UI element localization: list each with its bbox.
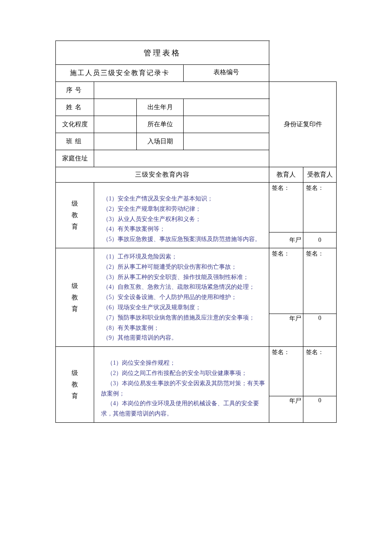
seq-value xyxy=(94,82,269,99)
unit-value xyxy=(184,116,269,133)
level-a-zero: 0 xyxy=(303,232,337,248)
entry-label: 入场日期 xyxy=(137,133,184,150)
content-header: 三级安全教育内容 xyxy=(56,167,269,183)
level-b-label: 级教育 xyxy=(56,248,94,346)
level-a-date: 年尸 xyxy=(269,232,303,248)
team-label: 班组 xyxy=(56,133,94,150)
level-a-content: （1）安全生产情况及安全生产基本知识； （2）安全生产规章制度和劳动纪律； （3… xyxy=(94,183,269,248)
subtitle-cell: 施工人员三级安全教育记录卡 xyxy=(56,65,184,82)
educator-label: 教育人 xyxy=(269,167,303,183)
title-cell: 管理表格 xyxy=(56,41,269,65)
edu-label: 文化程度 xyxy=(56,116,94,133)
level-b-trainee-sign: 签名： xyxy=(303,248,337,314)
level-b-date: 年尸 xyxy=(269,314,303,347)
unit-label: 所在单位 xyxy=(137,116,184,133)
level-a-label: 级教育 xyxy=(56,183,94,248)
name-value xyxy=(94,99,137,116)
trainee-label: 受教育人 xyxy=(303,167,337,183)
level-c-content: （1）岗位安全操作规程； （2）岗位之间工作衔接配合的安全与职业健康事项； （3… xyxy=(94,347,269,423)
name-label: 姓名 xyxy=(56,99,94,116)
level-a-trainee-sign: 签名： xyxy=(303,183,337,232)
level-b-educator-sign: 签名： xyxy=(269,248,303,314)
address-value xyxy=(94,150,269,167)
id-copy-cell: 身份证复印件 xyxy=(269,82,337,167)
form-table: 管理表格 施工人员三级安全教育记录卡 表格编号 序号 身份证复印件 姓名 出生年… xyxy=(55,41,337,423)
team-value xyxy=(94,133,137,150)
level-c-trainee-sign: 签名： xyxy=(303,347,337,396)
entry-value xyxy=(184,133,269,150)
edu-value xyxy=(94,116,137,133)
level-b-content: （1）工作环境及危险因素； （2）所从事工种可能遭受的职业伤害和伤亡事故； （3… xyxy=(94,248,269,346)
dob-value xyxy=(184,99,269,116)
level-a-educator-sign: 签名： xyxy=(269,183,303,232)
level-b-zero: 0 xyxy=(303,314,337,347)
level-c-label: 级教育 xyxy=(56,347,94,423)
level-c-date: 年尸 xyxy=(269,396,303,423)
address-label: 家庭住址 xyxy=(56,150,94,167)
seq-label: 序号 xyxy=(56,82,94,99)
dob-label: 出生年月 xyxy=(137,99,184,116)
form-number-label: 表格编号 xyxy=(184,65,269,82)
level-c-zero: 0 xyxy=(303,396,337,423)
level-c-educator-sign: 签名： xyxy=(269,347,303,396)
